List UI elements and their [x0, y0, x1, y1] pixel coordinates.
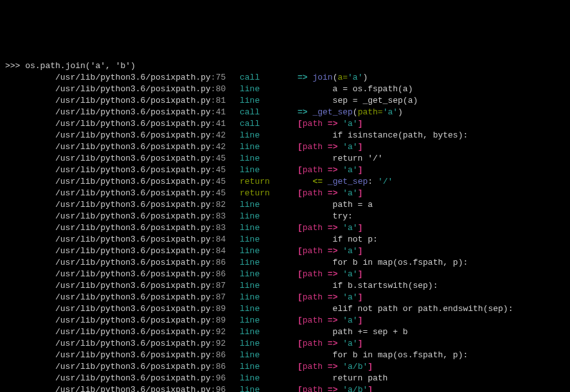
trace-row: /usr/lib/python3.6/posixpath.py:75call=>…	[5, 72, 565, 84]
trace-file: /usr/lib/python3.6/posixpath.py:83	[5, 222, 240, 234]
trace-body: return '/'	[298, 153, 565, 165]
trace-file: /usr/lib/python3.6/posixpath.py:84	[5, 245, 240, 257]
trace-row: /usr/lib/python3.6/posixpath.py:92line[p…	[5, 338, 565, 350]
trace-event: line	[240, 384, 298, 392]
trace-body: a = os.fspath(a)	[298, 84, 565, 95]
trace-event: line	[240, 361, 298, 373]
trace-body: [path => 'a']	[298, 245, 565, 257]
trace-file: /usr/lib/python3.6/posixpath.py:87	[5, 280, 240, 292]
trace-file: /usr/lib/python3.6/posixpath.py:84	[5, 234, 240, 245]
trace-body: => _get_sep(path='a')	[298, 107, 565, 118]
trace-event: line	[240, 280, 298, 292]
trace-event: line	[240, 245, 298, 257]
trace-event: line	[240, 269, 298, 280]
trace-event: call	[240, 118, 298, 130]
trace-row: /usr/lib/python3.6/posixpath.py:42line i…	[5, 130, 565, 141]
trace-row: /usr/lib/python3.6/posixpath.py:96line r…	[5, 373, 565, 384]
trace-body: [path => 'a']	[298, 188, 565, 199]
trace-body: <= _get_sep: '/'	[298, 176, 565, 188]
trace-event: call	[240, 107, 298, 118]
trace-row: /usr/lib/python3.6/posixpath.py:92line p…	[5, 326, 565, 338]
trace-file: /usr/lib/python3.6/posixpath.py:80	[5, 84, 240, 95]
trace-row: /usr/lib/python3.6/posixpath.py:45return…	[5, 188, 565, 199]
trace-body: [path => 'a']	[298, 222, 565, 234]
trace-row: /usr/lib/python3.6/posixpath.py:96line[p…	[5, 384, 565, 392]
trace-file: /usr/lib/python3.6/posixpath.py:45	[5, 176, 240, 188]
trace-body: if b.startswith(sep):	[298, 280, 565, 292]
trace-body: for b in map(os.fspath, p):	[298, 257, 565, 269]
trace-event: line	[240, 338, 298, 350]
trace-file: /usr/lib/python3.6/posixpath.py:87	[5, 292, 240, 303]
trace-row: /usr/lib/python3.6/posixpath.py:86line f…	[5, 350, 565, 361]
trace-body: => join(a='a')	[298, 72, 565, 84]
trace-body: [path => 'a/b']	[298, 384, 565, 392]
repl-input[interactable]: os.path.join('a', 'b')	[25, 61, 136, 71]
trace-row: /usr/lib/python3.6/posixpath.py:83line t…	[5, 211, 565, 222]
trace-file: /usr/lib/python3.6/posixpath.py:42	[5, 141, 240, 153]
trace-event: line	[240, 326, 298, 338]
trace-event: line	[240, 95, 298, 107]
trace-file: /usr/lib/python3.6/posixpath.py:45	[5, 188, 240, 199]
trace-body: for b in map(os.fspath, p):	[298, 350, 565, 361]
trace-row: /usr/lib/python3.6/posixpath.py:89line[p…	[5, 315, 565, 326]
trace-file: /usr/lib/python3.6/posixpath.py:42	[5, 130, 240, 141]
trace-body: [path => 'a']	[298, 338, 565, 350]
trace-file: /usr/lib/python3.6/posixpath.py:75	[5, 72, 240, 84]
trace-file: /usr/lib/python3.6/posixpath.py:86	[5, 350, 240, 361]
trace-row: /usr/lib/python3.6/posixpath.py:86line[p…	[5, 361, 565, 373]
trace-body: [path => 'a']	[298, 315, 565, 326]
trace-row: /usr/lib/python3.6/posixpath.py:86line f…	[5, 257, 565, 269]
trace-body: elif not path or path.endswith(sep):	[298, 303, 565, 315]
trace-body: path = a	[298, 199, 565, 211]
trace-event: line	[240, 153, 298, 165]
trace-body: [path => 'a']	[298, 165, 565, 176]
trace-file: /usr/lib/python3.6/posixpath.py:41	[5, 107, 240, 118]
trace-body: path += sep + b	[298, 326, 565, 338]
trace-file: /usr/lib/python3.6/posixpath.py:96	[5, 384, 240, 392]
trace-row: /usr/lib/python3.6/posixpath.py:84line i…	[5, 234, 565, 245]
trace-event: line	[240, 84, 298, 95]
trace-row: /usr/lib/python3.6/posixpath.py:87line[p…	[5, 292, 565, 303]
trace-event: line	[240, 130, 298, 141]
trace-body: return path	[298, 373, 565, 384]
trace-file: /usr/lib/python3.6/posixpath.py:86	[5, 361, 240, 373]
trace-event: line	[240, 257, 298, 269]
trace-event: call	[240, 72, 298, 84]
repl-prompt[interactable]: >>>	[5, 61, 20, 71]
trace-event: line	[240, 165, 298, 176]
trace-event: return	[240, 188, 298, 199]
trace-row: /usr/lib/python3.6/posixpath.py:89line e…	[5, 303, 565, 315]
trace-event: line	[240, 303, 298, 315]
trace-row: /usr/lib/python3.6/posixpath.py:84line[p…	[5, 245, 565, 257]
trace-row: /usr/lib/python3.6/posixpath.py:81line s…	[5, 95, 565, 107]
trace-event: return	[240, 176, 298, 188]
trace-file: /usr/lib/python3.6/posixpath.py:92	[5, 338, 240, 350]
trace-event: line	[240, 292, 298, 303]
trace-body: [path => 'a']	[298, 292, 565, 303]
trace-row: /usr/lib/python3.6/posixpath.py:45line r…	[5, 153, 565, 165]
trace-file: /usr/lib/python3.6/posixpath.py:82	[5, 199, 240, 211]
trace-event: line	[240, 222, 298, 234]
trace-row: /usr/lib/python3.6/posixpath.py:86line[p…	[5, 269, 565, 280]
trace-file: /usr/lib/python3.6/posixpath.py:86	[5, 269, 240, 280]
trace-row: /usr/lib/python3.6/posixpath.py:42line[p…	[5, 141, 565, 153]
trace-file: /usr/lib/python3.6/posixpath.py:86	[5, 257, 240, 269]
trace-body: [path => 'a']	[298, 141, 565, 153]
trace-body: if not p:	[298, 234, 565, 245]
trace-body: [path => 'a']	[298, 118, 565, 130]
trace-body: sep = _get_sep(a)	[298, 95, 565, 107]
trace-file: /usr/lib/python3.6/posixpath.py:89	[5, 315, 240, 326]
trace-body: if isinstance(path, bytes):	[298, 130, 565, 141]
trace-row: /usr/lib/python3.6/posixpath.py:41call[p…	[5, 118, 565, 130]
trace-row: /usr/lib/python3.6/posixpath.py:82line p…	[5, 199, 565, 211]
trace-file: /usr/lib/python3.6/posixpath.py:41	[5, 118, 240, 130]
trace-event: line	[240, 315, 298, 326]
trace-body: [path => 'a']	[298, 269, 565, 280]
trace-row: /usr/lib/python3.6/posixpath.py:45line[p…	[5, 165, 565, 176]
trace-event: line	[240, 373, 298, 384]
trace-row: /usr/lib/python3.6/posixpath.py:80line a…	[5, 84, 565, 95]
trace-event: line	[240, 199, 298, 211]
trace-file: /usr/lib/python3.6/posixpath.py:96	[5, 373, 240, 384]
trace-event: line	[240, 141, 298, 153]
trace-file: /usr/lib/python3.6/posixpath.py:45	[5, 165, 240, 176]
